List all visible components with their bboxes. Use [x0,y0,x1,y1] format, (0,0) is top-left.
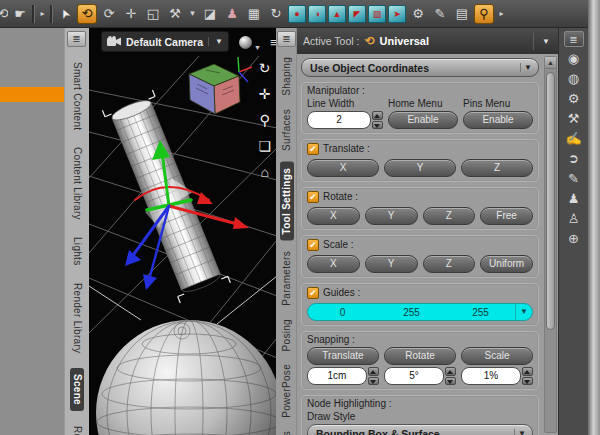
spin-down-icon[interactable] [522,377,533,386]
pane-options-icon[interactable]: ≣ [277,31,296,47]
brush-tool-icon[interactable]: ✎ [430,4,450,24]
snapping-mode-button[interactable]: Scale [461,347,533,365]
guide-color-dropdown-icon[interactable]: ▼ [515,304,532,320]
scale-axis-button[interactable]: X [307,255,360,273]
spin-up-icon[interactable] [445,367,456,376]
figure-edit-icon[interactable]: ✍ [565,131,581,147]
rotate-axis-button[interactable]: Y [365,207,418,225]
spin-up-icon[interactable] [368,367,379,376]
rotate-checkbox[interactable]: ✔ [307,191,319,203]
sidebar-tab[interactable]: Render Settings [70,424,84,435]
frame-icon[interactable]: ❏ [258,138,271,154]
node-edit-tool-icon[interactable]: ▤ [452,4,472,24]
translate-checkbox[interactable]: ✔ [307,143,319,155]
pan-orbit-tool-icon[interactable]: ⟲ [0,4,8,24]
draw-style-dropdown[interactable]: Bounding Box & Surface ▼ [307,424,533,435]
pins-menu-enable-button[interactable]: Enable [463,111,533,129]
figure-walk-icon[interactable]: ♙ [568,211,580,227]
snap-spinner[interactable] [445,367,456,385]
camera-dropdown-icon[interactable]: ▼ [208,37,223,46]
spin-down-icon[interactable] [368,377,379,386]
node-sphere-icon[interactable]: ◍ [568,71,579,87]
home-icon[interactable]: ⌂ [260,164,268,180]
overflow-left-icon[interactable]: ▸ [37,4,48,24]
figure-tool-icon[interactable]: ♟ [222,4,242,24]
scrollbar-thumb[interactable] [546,72,555,330]
overflow-right-icon[interactable]: ▸ [496,4,507,24]
orbit-icon[interactable]: ↻ [259,60,271,76]
drawstyle-flat-shaded-icon[interactable]: ◤ [348,5,366,23]
panel-tab[interactable]: Parameters [280,249,294,308]
sidebar-tab[interactable]: Render Library [70,281,84,355]
viewport-3d[interactable]: Default Camera ▼ ▼ ≡ ↻ ✛ ⚲ ❏ ⌂ [88,28,276,435]
translate-axis-button[interactable]: Y [384,159,456,177]
panel-scrollbar[interactable]: ▲ [544,56,557,433]
drawstyle-hidden-line-icon[interactable]: ▧ [368,5,386,23]
pencil-tool-icon[interactable]: ✎ [568,171,579,187]
scale-axis-button[interactable]: Y [365,255,418,273]
line-width-input[interactable]: 2 [307,111,371,129]
translate-tool-icon[interactable]: ✛ [121,4,141,24]
drawstyle-wireframe-icon[interactable]: ▲ [328,5,346,23]
scale-tool-icon[interactable]: ◱ [143,4,163,24]
panel-tab[interactable]: Surfaces [280,107,294,153]
coordinates-dropdown[interactable]: Use Object Coordinates ▼ [301,58,539,77]
snapping-mode-button[interactable]: Rotate [384,347,456,365]
spin-down-icon[interactable] [445,377,456,386]
rotate-axis-button[interactable]: Free [480,207,533,225]
drawstyle-sphere-icon[interactable] [239,36,252,49]
translate-axis-button[interactable]: Z [461,159,533,177]
figure-rotate-tool-icon[interactable]: ↻ [266,4,286,24]
guides-checkbox[interactable]: ✔ [307,287,319,299]
pan-icon[interactable]: ✛ [259,86,271,102]
panel-tab[interactable]: PowerPose [280,362,294,420]
rotate-tool-icon[interactable]: ⟳ [99,4,119,24]
drawstyle-dropdown-icon[interactable]: ▼ [254,44,261,51]
guide-color-bar[interactable]: 0255255 ▼ [307,303,533,321]
selected-content-item[interactable] [0,87,64,102]
universal-tool-icon[interactable]: ⟲ [77,4,97,24]
tool-dropdown-icon[interactable]: ▼ [187,4,198,24]
snap-value-input[interactable]: 1cm [307,367,367,385]
spin-down-icon[interactable] [372,121,383,130]
line-width-spinner[interactable] [372,111,383,129]
pane-options-icon[interactable]: ≣ [67,31,86,47]
panel-tab[interactable]: Shaping [280,55,294,98]
settings-gears-icon[interactable]: ⚙ [568,91,580,107]
figure-pose-icon[interactable]: ♟ [568,191,580,207]
translate-axis-button[interactable]: X [307,159,379,177]
zoom-icon[interactable]: ⚲ [260,112,270,128]
panel-tab[interactable]: Cameras [280,429,294,435]
scale-axis-button[interactable]: Uniform [480,255,533,273]
sidebar-tab[interactable]: Content Library [70,145,84,222]
drawstyle-cartoon-icon[interactable]: ➤ [388,5,406,23]
active-pose-tool-icon[interactable]: ⚒ [165,4,185,24]
snap-spinner[interactable] [522,367,533,385]
panel-menu-dropdown-icon[interactable]: ▼ [533,33,552,50]
lights-toggle-icon[interactable]: ⚲ [474,4,494,24]
pane-options-icon[interactable]: ≣ [564,31,584,47]
snap-spinner[interactable] [368,367,379,385]
sidebar-tab[interactable]: Lights [70,235,84,268]
content-pane[interactable] [0,28,64,435]
drawstyle-texture-shaded-icon[interactable]: ◑ [308,5,326,23]
panel-tab[interactable]: Posing [280,317,294,353]
node-selection-cursor-icon[interactable]: ➤ [52,0,79,27]
sidebar-tab[interactable]: Smart Content [70,60,84,132]
snap-value-input[interactable]: 1% [461,367,521,385]
hand-grab-tool-icon[interactable]: ☛ [10,4,30,24]
home-menu-enable-button[interactable]: Enable [388,111,458,129]
spin-up-icon[interactable] [522,367,533,376]
globe-icon[interactable]: ⊕ [568,231,579,247]
scale-checkbox[interactable]: ✔ [307,239,319,251]
surface-selection-tool-icon[interactable]: ◪ [200,4,220,24]
sculpt-tool-icon[interactable]: ⚒ [568,111,580,127]
panel-tab[interactable]: Tool Settings [280,162,294,241]
joint-editor-tool-icon[interactable]: ⚙ [408,4,428,24]
scale-axis-button[interactable]: Z [423,255,476,273]
rotate-axis-button[interactable]: X [307,207,360,225]
snapping-mode-button[interactable]: Translate [307,347,379,365]
rotate-axis-button[interactable]: Z [423,207,476,225]
aim-at-target-icon[interactable]: ◉ [568,51,579,67]
node-arrow-icon[interactable]: ➲ [568,151,579,167]
